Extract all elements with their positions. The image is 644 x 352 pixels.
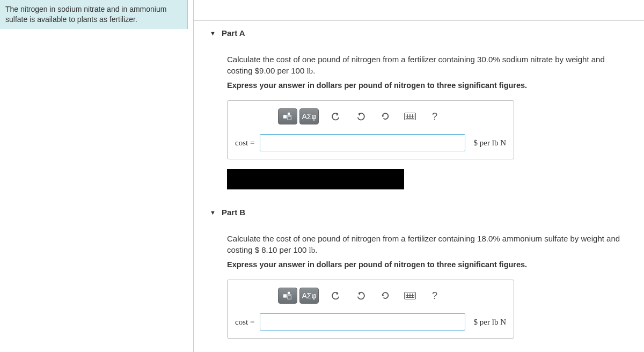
undo-icon[interactable]	[328, 288, 343, 304]
greek-letters-icon[interactable]: ΑΣφ	[299, 108, 319, 124]
svg-rect-0	[283, 115, 287, 118]
redo-icon[interactable]	[353, 288, 368, 304]
undo-icon[interactable]	[328, 108, 343, 124]
part-a-instruction: Express your answer in dollars per pound…	[227, 81, 628, 90]
part-a-prompt: Calculate the cost of one pound of nitro…	[227, 54, 628, 77]
part-b-answer-input[interactable]	[260, 313, 465, 331]
svg-rect-5	[288, 292, 290, 294]
part-b-toolbar: ΑΣφ ?	[278, 288, 506, 304]
part-b-prompt: Calculate the cost of one pound of nitro…	[227, 233, 628, 256]
template-icon[interactable]	[278, 108, 297, 124]
part-a-answer-input[interactable]	[260, 134, 465, 151]
help-icon[interactable]: ?	[427, 288, 442, 304]
svg-rect-4	[283, 294, 287, 297]
reset-icon[interactable]	[378, 108, 393, 124]
caret-down-icon: ▼	[210, 209, 216, 216]
redacted-bar	[227, 169, 404, 189]
svg-rect-2	[288, 116, 291, 120]
reset-icon[interactable]	[378, 288, 393, 304]
svg-rect-1	[288, 113, 290, 115]
keyboard-icon[interactable]	[402, 108, 418, 124]
part-b-answer-unit: $ per lb N	[474, 318, 506, 327]
redo-icon[interactable]	[353, 108, 368, 124]
part-a-answer-box: ΑΣφ ? cost	[227, 100, 514, 159]
greek-letters-icon[interactable]: ΑΣφ	[299, 288, 319, 304]
part-b-answer-label: cost =	[235, 318, 254, 327]
keyboard-icon[interactable]	[402, 288, 418, 304]
part-b-answer-box: ΑΣφ ? cost	[227, 280, 514, 339]
caret-down-icon: ▼	[210, 30, 216, 36]
template-icon[interactable]	[278, 288, 297, 304]
help-icon[interactable]: ?	[427, 108, 442, 124]
part-a-answer-unit: $ per lb N	[474, 138, 506, 148]
part-b-header[interactable]: ▼ Part B	[194, 200, 644, 224]
hint-box: The nitrogen in sodium nitrate and in am…	[0, 0, 188, 29]
part-b-instruction: Express your answer in dollars per pound…	[227, 260, 628, 269]
part-a-header[interactable]: ▼ Part A	[194, 21, 644, 45]
svg-rect-6	[288, 296, 291, 299]
part-a-title: Part A	[222, 28, 245, 38]
part-a-answer-label: cost =	[235, 138, 254, 148]
part-b-title: Part B	[222, 208, 245, 217]
part-a-toolbar: ΑΣφ ?	[278, 108, 506, 124]
